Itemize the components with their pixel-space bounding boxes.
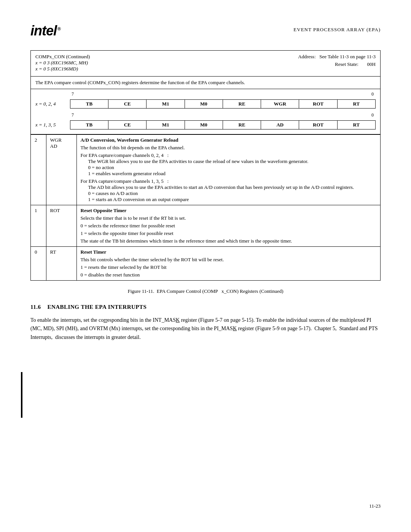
- table-row-bit1: 1 ROT Reset Opposite Timer Selects the t…: [31, 205, 380, 247]
- description-table: 2 WGR AD A/D Conversion, Waveform Genera…: [31, 134, 380, 280]
- bit-pos-labels-2: 7 0: [35, 112, 376, 118]
- bit-tb-2: TB: [70, 120, 108, 129]
- address-value: See Table 11-3 on page 11-3: [319, 54, 376, 59]
- register-header: COMPx_CON (Continued) x = 0 3 (8XC196MC,…: [31, 51, 380, 77]
- register-desc-text: The EPA compare control (COMPx_CON) regi…: [35, 80, 245, 85]
- register-description: The EPA compare control (COMPx_CON) regi…: [31, 77, 380, 89]
- register-title: COMPx_CON (Continued): [35, 54, 90, 60]
- bit-rot-2: ROT: [299, 120, 337, 129]
- header-title: EVENT PROCESSOR ARRAY (EPA): [293, 27, 381, 33]
- bit-cells-row-2: x = 1, 3, 5 TB CE M1 M0 RE AD ROT RT: [35, 120, 376, 129]
- bit-title-2: A/D Conversion, Waveform Generator Reloa…: [81, 137, 377, 143]
- page-number: 11-23: [369, 503, 381, 509]
- bit-row-1: 7 0 x = 0, 2, 4 TB CE M1 M0 RE WGR ROT R…: [35, 91, 376, 109]
- bit-ce-2: CE: [108, 120, 147, 129]
- bit-number-1: 1: [31, 205, 46, 247]
- intel-logo: intel: [30, 23, 61, 39]
- bits-grid-2: TB CE M1 M0 RE AD ROT RT: [70, 120, 376, 129]
- bit-re-1: RE: [223, 99, 261, 109]
- bit-ad-2: AD: [261, 120, 299, 129]
- bit-m0-2: M0: [185, 120, 223, 129]
- bit-m0-1: M0: [185, 99, 223, 109]
- body-text: To enable the interrupts, set the corres…: [30, 316, 381, 342]
- left-margin-bar: [21, 372, 22, 418]
- bit-description-0: Reset Timer This bit controls whether th…: [76, 247, 380, 281]
- bit-rot-1: ROT: [299, 99, 337, 109]
- register-subtitle2: x = 0 5 (8XC196MD): [35, 66, 90, 72]
- bit-pos-labels-1: 7 0: [35, 91, 376, 97]
- figure-caption: Figure 11-11. EPA Compare Control (COMP …: [30, 288, 381, 294]
- bit-number-0: 0: [31, 247, 46, 281]
- bit-mnemonic-2: WGR AD: [46, 135, 76, 205]
- bit-description-2: A/D Conversion, Waveform Generator Reloa…: [76, 135, 380, 205]
- section-number: 11.6: [30, 304, 41, 310]
- section-heading: 11.6 ENABLING THE EPA INTERRUPTS: [30, 304, 381, 310]
- row-label-2: x = 1, 3, 5: [35, 122, 66, 128]
- page-header: intel EVENT PROCESSOR ARRAY (EPA): [30, 23, 381, 39]
- bit-rt-1: RT: [337, 99, 376, 109]
- address-line: Address: See Table 11-3 on page 11-3: [298, 54, 376, 60]
- register-header-row1: COMPx_CON (Continued) x = 0 3 (8XC196MC,…: [35, 54, 376, 72]
- reset-value: 00H: [367, 61, 376, 67]
- bit-m1-2: M1: [146, 120, 185, 129]
- bit-mnemonic-0: RT: [46, 247, 76, 281]
- register-subtitle1: x = 0 3 (8XC196MC, MH): [35, 60, 90, 66]
- bits-grid-1: TB CE M1 M0 RE WGR ROT RT: [70, 99, 376, 109]
- reset-line: Reset State: 00H: [298, 61, 376, 67]
- address-label: Address:: [298, 54, 315, 59]
- section-title: ENABLING THE EPA INTERRUPTS: [47, 304, 147, 310]
- bit-mnemonic-1: ROT: [46, 205, 76, 247]
- bit-number-2: 2: [31, 135, 46, 205]
- bit-row-2: 7 0 x = 1, 3, 5 TB CE M1 M0 RE AD ROT RT: [35, 112, 376, 129]
- bit-cells-row-1: x = 0, 2, 4 TB CE M1 M0 RE WGR ROT RT: [35, 99, 376, 109]
- row-label-1: x = 0, 2, 4: [35, 101, 66, 107]
- page-container: intel EVENT PROCESSOR ARRAY (EPA) COMPx_…: [0, 0, 411, 532]
- bit-diagram-section: 7 0 x = 0, 2, 4 TB CE M1 M0 RE WGR ROT R…: [31, 89, 380, 134]
- table-row-bit0: 0 RT Reset Timer This bit controls wheth…: [31, 247, 380, 281]
- bit-wgr-1: WGR: [261, 99, 299, 109]
- bit-title-0: Reset Timer: [81, 249, 377, 255]
- register-box: COMPx_CON (Continued) x = 0 3 (8XC196MC,…: [30, 50, 381, 281]
- figure-caption-text: Figure 11-11. EPA Compare Control (COMP …: [127, 288, 283, 294]
- bit-description-1: Reset Opposite Timer Selects the timer t…: [76, 205, 380, 247]
- bit-ce-1: CE: [108, 99, 147, 109]
- bit-tb-1: TB: [70, 99, 108, 109]
- reset-label: Reset State:: [335, 61, 358, 67]
- bit-rt-2: RT: [337, 120, 376, 129]
- bit-title-1: Reset Opposite Timer: [81, 208, 377, 214]
- table-row-bit2: 2 WGR AD A/D Conversion, Waveform Genera…: [31, 135, 380, 205]
- bit-re-2: RE: [223, 120, 261, 129]
- bit-m1-1: M1: [146, 99, 185, 109]
